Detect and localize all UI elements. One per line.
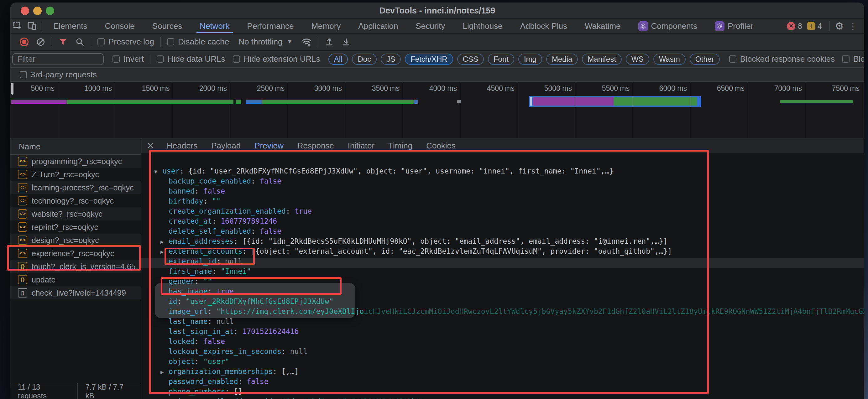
details-tab-response[interactable]: Response [290,141,341,151]
network-conditions-icon[interactable] [301,37,312,47]
json-line[interactable]: last_sign_in_at: 1701521624416 [141,326,864,336]
request-row[interactable]: {}touch?_clerk_js_version=4.65… [10,260,141,273]
checkbox[interactable] [113,56,120,63]
request-row[interactable]: <>experience?_rsc=oqkyc [10,247,141,260]
request-row[interactable]: <>learning-process?_rsc=oqkyc [10,181,141,194]
filter-input[interactable] [12,53,104,65]
checkbox[interactable] [20,71,27,78]
kebab-menu-icon[interactable]: ⋮ [846,19,860,33]
tab-security[interactable]: Security [407,19,454,33]
timeline-selected-request-bar[interactable] [529,96,701,107]
json-line[interactable]: created_at: 1687797891246 [141,216,864,226]
filter-pill-manifest[interactable]: Manifest [582,54,622,65]
filter-pill-doc[interactable]: Doc [352,54,377,65]
json-line[interactable]: object: "user" [141,357,864,366]
json-line[interactable]: password_enabled: false [141,376,864,387]
import-har-icon[interactable] [324,37,334,47]
network-overview-timeline[interactable]: 500 ms1000 ms1500 ms2000 ms2500 ms3000 m… [10,82,864,138]
json-line[interactable]: banned: false [141,186,864,196]
json-line[interactable]: ▶email_addresses: [{id: "idn_2RkdBecsS5u… [141,236,864,246]
error-badge-icon[interactable]: ✕ [787,22,795,30]
tab-adblock-plus[interactable]: Adblock Plus [512,19,576,33]
triangle-collapsed-icon[interactable]: ▶ [160,367,168,377]
checkbox[interactable] [729,56,736,63]
hide-data-urls-checkbox[interactable]: Hide data URLs [157,54,225,64]
json-line[interactable]: ▼user: {id: "user_2RkdDFXyfMhCfGsEd8EPjJ… [141,166,864,176]
filter-pill-fetch-xhr[interactable]: Fetch/XHR [405,54,453,65]
preserve-log-checkbox[interactable]: Preserve log [97,37,154,47]
json-line[interactable]: lockout_expires_in_seconds: null [141,346,864,357]
name-column-header[interactable]: Name [10,138,141,155]
filter-pill-js[interactable]: JS [381,54,401,65]
tab-elements[interactable]: Elements [44,19,96,33]
json-line[interactable]: locked: false [141,336,864,346]
json-line[interactable]: ▶external_accounts: [{object: "external_… [141,246,864,256]
filter-pill-other[interactable]: Other [690,54,720,65]
checkbox[interactable] [233,56,240,63]
json-line[interactable]: has_image: true [141,286,864,296]
json-line[interactable]: first_name: "Innei" [141,266,864,276]
details-tab-cookies[interactable]: Cookies [419,141,463,151]
triangle-collapsed-icon[interactable]: ▶ [160,237,168,247]
details-tab-timing[interactable]: Timing [381,141,419,151]
json-line[interactable]: external_id: null [141,256,864,266]
json-line[interactable]: phone_numbers: [] [141,387,864,397]
details-tab-initiator[interactable]: Initiator [341,141,381,151]
details-tab-payload[interactable]: Payload [204,141,248,151]
throttling-dropdown[interactable]: No throttling [239,37,282,47]
json-line[interactable]: ▶organization_memberships: [,…] [141,366,864,376]
tab-lighthouse[interactable]: Lighthouse [454,19,511,33]
json-line[interactable]: backup_code_enabled: false [141,176,864,186]
tab-profiler[interactable]: ⚛Profiler [706,19,762,33]
request-row[interactable]: <>reprint?_rsc=oqkyc [10,221,141,234]
json-line[interactable]: image_url: "https://img.clerk.com/eyJ0eX… [141,306,864,316]
blocked-response-cookies-checkbox[interactable]: Blocked response cookies [729,54,835,64]
json-line[interactable]: primary_email_address_id: "idn_2RkdBecsS… [141,397,864,399]
checkbox[interactable] [167,38,174,45]
request-row[interactable]: <>website?_rsc=oqkyc [10,207,141,221]
disable-cache-checkbox[interactable]: Disable cache [167,37,229,47]
close-icon[interactable]: ✕ [141,141,160,151]
settings-gear-icon[interactable]: ⚙ [832,19,846,33]
search-icon[interactable] [75,37,85,47]
tab-performance[interactable]: Performance [239,19,303,33]
filter-pill-all[interactable]: All [329,54,348,65]
timeline-handle[interactable] [11,83,13,95]
chevron-down-icon[interactable]: ▼ [287,38,292,45]
json-line[interactable]: gender: "" [141,276,864,286]
record-network-log-button[interactable] [20,38,29,46]
json-line[interactable]: id: "user_2RkdDFXyfMhCfGsEd8EPjJ3XdUw" [141,296,864,306]
filter-pill-css[interactable]: CSS [457,54,484,65]
clear-network-log-button[interactable] [36,37,45,47]
warning-badge-icon[interactable]: ! [807,22,815,30]
filter-funnel-icon[interactable] [58,37,68,47]
triangle-expanded-icon[interactable]: ▼ [154,167,162,177]
request-row[interactable]: {}update [10,273,141,286]
tab-wakatime[interactable]: Wakatime [576,19,629,33]
tab-network[interactable]: Network [191,19,238,33]
export-har-icon[interactable] [342,37,351,47]
request-row[interactable]: <>programming?_rsc=oqkyc [10,155,141,168]
request-row[interactable]: ▯check_live?liveId=1434499 [10,286,141,299]
details-tab-preview[interactable]: Preview [248,141,290,151]
invert-checkbox[interactable]: Invert [113,54,144,64]
device-toolbar-icon[interactable] [25,19,39,33]
json-line[interactable]: delete_self_enabled: false [141,226,864,236]
filter-pill-font[interactable]: Font [488,54,514,65]
request-row[interactable]: <>Z-Turn?_rsc=oqkyc [10,168,141,181]
triangle-collapsed-icon[interactable]: ▶ [160,247,168,257]
request-row[interactable]: <>technology?_rsc=oqkyc [10,194,141,207]
json-line[interactable]: last_name: null [141,316,864,326]
hide-extension-urls-checkbox[interactable]: Hide extension URLs [233,54,320,64]
third-party-requests-checkbox[interactable]: 3rd-party requests [20,70,97,79]
details-tab-headers[interactable]: Headers [160,141,204,151]
filter-pill-img[interactable]: Img [518,54,542,65]
inspect-element-icon[interactable] [10,19,25,33]
blocked-requests-checkbox[interactable]: Blocked requests [842,54,864,64]
filter-pill-ws[interactable]: WS [626,54,649,65]
checkbox[interactable] [157,56,164,63]
tab-sources[interactable]: Sources [144,19,191,33]
tab-components[interactable]: ⚛Components [629,19,706,33]
filter-pill-media[interactable]: Media [546,54,578,65]
filter-pill-wasm[interactable]: Wasm [653,54,686,65]
